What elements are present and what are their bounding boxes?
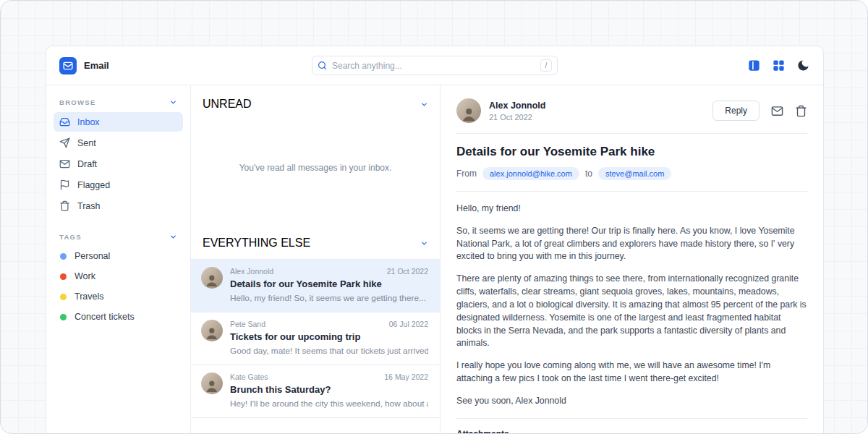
email-item-body: Alex Jonnold 21 Oct 2022 Details for our… [230, 267, 428, 303]
tag-item-concert-tickets[interactable]: Concert tickets [54, 307, 183, 326]
tag-item-travels[interactable]: Travels [54, 287, 183, 306]
detail-sender-block: Alex Jonnold 21 Oct 2022 [489, 101, 545, 122]
email-list-item[interactable]: Alex Jonnold 21 Oct 2022 Details for our… [191, 259, 440, 312]
avatar [201, 267, 223, 289]
body-paragraph: See you soon, Alex Jonnold [456, 395, 807, 408]
body-paragraph: There are plenty of amazing things to se… [456, 273, 807, 350]
search-shortcut-badge: / [540, 59, 552, 72]
tags-label: TAGS [59, 233, 82, 241]
email-subject: Details for our Yosemite Park hike [230, 278, 428, 289]
moon-icon [796, 59, 810, 72]
sidebar-item-label: Sent [77, 138, 96, 148]
sidebar-item-inbox[interactable]: Inbox [54, 112, 183, 132]
tag-label: Travels [75, 292, 104, 302]
from-label: From [456, 169, 477, 179]
email-preview: Hey! I'll be around the city this weeken… [230, 399, 428, 409]
from-to-row: From alex.jonnold@hike.com to steve@mail… [456, 167, 807, 192]
envelope-icon [771, 105, 783, 117]
person-icon [204, 378, 220, 394]
person-icon [204, 326, 220, 341]
unread-label: UNREAD [203, 98, 252, 111]
email-detail-panel: Alex Jonnold 21 Oct 2022 Reply Details f… [441, 85, 823, 434]
email-body: Hello, my friend! So, it seems we are ge… [456, 192, 807, 419]
from-email-chip[interactable]: alex.jonnold@hike.com [482, 167, 579, 180]
person-icon [204, 273, 220, 289]
chevron-down-icon [169, 233, 177, 241]
detail-header: Alex Jonnold 21 Oct 2022 Reply [456, 94, 807, 134]
everything-else-section-header[interactable]: EVERYTHING ELSE [191, 218, 440, 259]
desktop-background: Email / [0, 0, 868, 434]
email-subject: Tickets for our upcoming trip [230, 331, 428, 342]
delete-email-button[interactable] [795, 105, 807, 117]
email-list-item[interactable]: Pete Sand 06 Jul 2022 Tickets for our up… [191, 312, 440, 365]
app-logo-envelope-icon [59, 57, 77, 75]
trash-icon [795, 105, 807, 117]
sidebar-item-flagged[interactable]: Flagged [54, 175, 183, 195]
sidebar-item-trash[interactable]: Trash [54, 196, 183, 216]
top-bar: Email / [46, 46, 823, 85]
search-icon [318, 61, 327, 70]
unread-section-header[interactable]: UNREAD [191, 85, 440, 118]
to-label: to [585, 169, 592, 179]
to-email-chip[interactable]: steve@mail.com [598, 167, 671, 180]
email-app-window: Email / [46, 46, 824, 434]
email-sender: Pete Sand [230, 320, 265, 328]
email-sender: Alex Jonnold [230, 267, 273, 276]
avatar [456, 98, 481, 123]
dark-mode-toggle-button[interactable] [796, 59, 810, 72]
email-preview: Good day, mate! It seems that our ticket… [230, 346, 428, 356]
sidebar: BROWSE Inbox Sent Draft [46, 85, 191, 434]
sidebar-item-label: Trash [77, 201, 101, 211]
main-columns: BROWSE Inbox Sent Draft [46, 85, 823, 434]
browse-label: BROWSE [59, 98, 96, 106]
sidebar-item-draft[interactable]: Draft [54, 154, 183, 174]
inbox-icon [59, 116, 70, 127]
email-date: 16 May 2022 [384, 373, 428, 381]
apps-grid-button[interactable] [772, 59, 786, 72]
chevron-down-icon [420, 239, 428, 247]
mark-as-mail-button[interactable] [771, 105, 783, 117]
body-paragraph: So, it seems we are getting there! Our t… [456, 225, 807, 263]
detail-sender-name: Alex Jonnold [489, 101, 545, 111]
tag-item-personal[interactable]: Personal [54, 247, 183, 265]
tag-label: Concert tickets [75, 312, 135, 322]
email-preview: Hello, my friend! So, it seems we are ge… [230, 293, 428, 303]
body-paragraph: I really hope you love coming along with… [456, 359, 807, 386]
email-list-item[interactable]: Kate Gates 16 May 2022 Brunch this Satur… [191, 365, 440, 418]
tag-color-dot [60, 314, 67, 320]
draft-envelope-icon [59, 158, 70, 169]
layout-icon [747, 59, 761, 72]
tag-color-dot [60, 273, 67, 280]
detail-date: 21 Oct 2022 [489, 113, 545, 122]
detail-subject: Details for our Yosemite Park hike [456, 145, 807, 159]
avatar [201, 373, 223, 394]
sidebar-item-label: Draft [77, 159, 97, 169]
everything-else-label: EVERYTHING ELSE [203, 237, 310, 250]
search-box[interactable]: / [312, 56, 558, 75]
chevron-down-icon [420, 101, 428, 109]
layout-toggle-button[interactable] [747, 59, 761, 72]
tag-label: Personal [75, 251, 110, 261]
person-icon [460, 106, 477, 123]
attachments-label: Attachments [456, 429, 807, 434]
top-actions [665, 59, 810, 72]
folder-nav: Inbox Sent Draft Flagged [54, 112, 183, 216]
tag-color-dot [60, 294, 67, 300]
reply-button[interactable]: Reply [712, 101, 760, 121]
sidebar-item-sent[interactable]: Sent [54, 133, 183, 153]
tag-label: Work [75, 271, 95, 281]
tag-item-work[interactable]: Work [54, 267, 183, 286]
email-item-body: Pete Sand 06 Jul 2022 Tickets for our up… [230, 320, 428, 356]
tags-section-header[interactable]: TAGS [54, 229, 183, 247]
detail-actions: Reply [712, 101, 807, 121]
mail-list-column: UNREAD You've read all messages in your … [191, 85, 441, 434]
email-date: 21 Oct 2022 [387, 267, 428, 276]
grid-icon [772, 59, 786, 72]
trash-icon [59, 200, 70, 211]
email-subject: Brunch this Saturday? [230, 384, 428, 395]
browse-section-header[interactable]: BROWSE [54, 94, 183, 112]
email-date: 06 Jul 2022 [389, 320, 428, 328]
tag-color-dot [60, 253, 67, 260]
avatar [201, 320, 223, 341]
search-input[interactable] [332, 61, 535, 71]
